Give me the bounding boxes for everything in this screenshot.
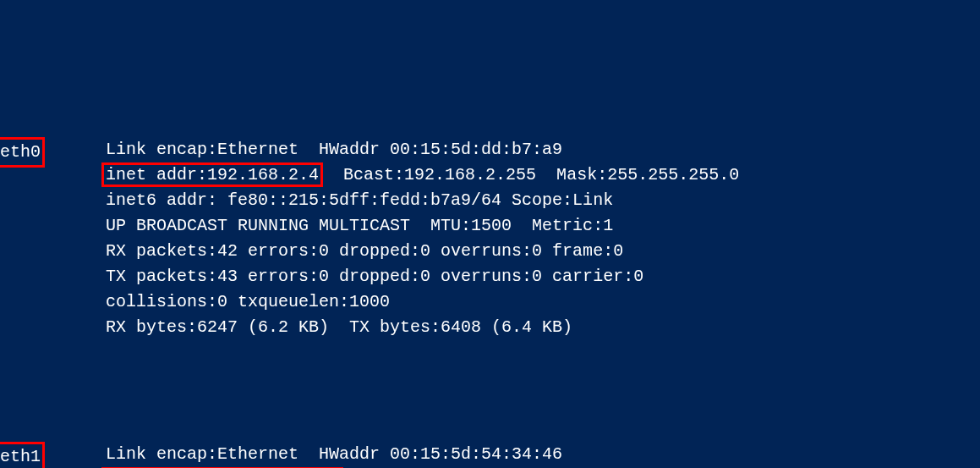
inet-line: inet addr:192.168.2.4 Bcast:192.168.2.25… [106,162,739,188]
bytes-line: RX bytes:6247 (6.2 KB) TX bytes:6408 (6.… [106,315,739,340]
rx-packets-line: RX packets:42 errors:0 dropped:0 overrun… [106,239,739,264]
interface-name-eth0: eth0 [0,137,45,168]
interface-details-eth1: Link encap:Ethernet HWaddr 00:15:5d:54:3… [106,442,759,468]
tx-packets-line: TX packets:43 errors:0 dropped:0 overrun… [106,264,739,289]
interface-details-eth0: Link encap:Ethernet HWaddr 00:15:5d:dd:b… [106,137,739,340]
inet-rest: Bcast:192.168.2.255 Mask:255.255.255.0 [323,165,739,184]
interface-block-eth0: eth0 Link encap:Ethernet HWaddr 00:15:5d… [0,137,980,340]
interface-name-eth1: eth1 [0,442,45,468]
link-line: Link encap:Ethernet HWaddr 00:15:5d:dd:b… [106,137,739,162]
blank-line [0,366,980,391]
spacing [45,137,106,162]
inet6-line: inet6 addr: fe80::215:5dff:fedd:b7a9/64 … [106,188,739,213]
collisions-line: collisions:0 txqueuelen:1000 [106,289,739,315]
spacing [45,442,106,467]
flags-line: UP BROADCAST RUNNING MULTICAST MTU:1500 … [106,213,739,239]
link-line: Link encap:Ethernet HWaddr 00:15:5d:54:3… [106,442,759,467]
inet-addr-highlight: inet addr:192.168.2.4 [101,162,323,187]
interface-block-eth1: eth1 Link encap:Ethernet HWaddr 00:15:5d… [0,442,980,468]
